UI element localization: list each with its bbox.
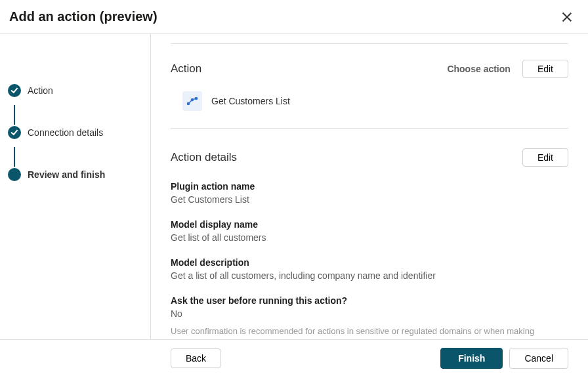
dialog-body: Action Connection details Review and fin…	[0, 34, 588, 340]
stepper-sidebar: Action Connection details Review and fin…	[0, 34, 151, 339]
field-plugin-action-name: Plugin action name Get Customers List	[171, 181, 568, 205]
action-section-title: Action	[171, 62, 201, 75]
details-section-header: Action details Edit	[171, 129, 568, 181]
dialog-footer: Back Finish Cancel	[0, 340, 588, 377]
step-connection-details[interactable]: Connection details	[8, 122, 142, 143]
step-review-and-finish[interactable]: Review and finish	[8, 164, 142, 185]
step-label: Connection details	[28, 127, 103, 138]
finish-button[interactable]: Finish	[440, 348, 503, 369]
field-value: Get list of all customers	[171, 232, 568, 243]
field-value: Get a list of all customers, including c…	[171, 270, 568, 281]
step-action[interactable]: Action	[8, 80, 142, 101]
dialog-title: Add an action (preview)	[9, 9, 158, 24]
step-done-icon	[8, 126, 21, 139]
choose-action-label: Choose action	[447, 64, 510, 74]
edit-action-button[interactable]: Edit	[522, 60, 568, 78]
field-model-description: Model description Get a list of all cust…	[171, 257, 568, 281]
step-label: Review and finish	[28, 169, 105, 180]
field-label: Plugin action name	[171, 181, 568, 192]
back-button[interactable]: Back	[171, 348, 221, 368]
cancel-button[interactable]: Cancel	[509, 348, 568, 369]
close-icon[interactable]	[562, 12, 572, 22]
field-value: No	[171, 308, 568, 319]
step-label: Action	[28, 85, 53, 96]
main-panel: Action Choose action Edit Get Customers …	[151, 34, 588, 339]
field-model-display-name: Model display name Get list of all custo…	[171, 219, 568, 243]
field-hint: User confirmation is recommended for act…	[171, 326, 568, 339]
flow-icon	[182, 91, 202, 111]
step-done-icon	[8, 84, 21, 97]
action-section-header: Action Choose action Edit	[171, 44, 568, 90]
field-label: Ask the user before running this action?	[171, 295, 568, 306]
dialog-header: Add an action (preview)	[0, 0, 588, 34]
field-label: Model description	[171, 257, 568, 268]
step-current-icon	[8, 168, 21, 181]
field-ask-user-confirmation: Ask the user before running this action?…	[171, 295, 568, 339]
edit-details-button[interactable]: Edit	[522, 148, 568, 167]
selected-action-name: Get Customers List	[211, 96, 290, 106]
details-section-title: Action details	[171, 151, 237, 164]
field-value: Get Customers List	[171, 194, 568, 205]
selected-action-row: Get Customers List	[171, 90, 568, 128]
field-label: Model display name	[171, 219, 568, 230]
